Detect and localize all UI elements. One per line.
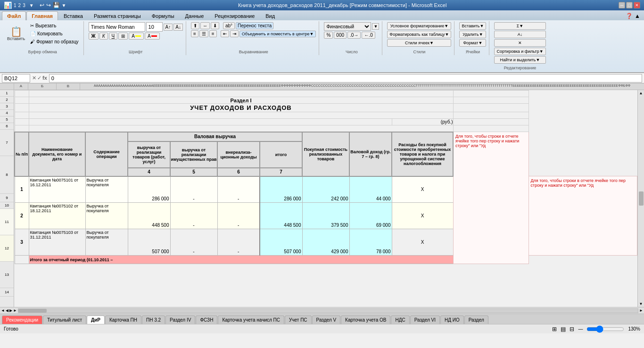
data-2-rev1[interactable]: 448 500 [128,203,170,229]
align-center-button[interactable]: ☰ [199,30,208,37]
tab-insert[interactable]: Вставка [58,11,88,20]
sheet-tab-razd4[interactable]: Раздел IV [165,315,195,324]
sheet-tab-fszn[interactable]: ФСЗН [196,315,217,324]
cell-5-mid[interactable] [29,119,392,125]
sheet-tab-kpn[interactable]: Карточка ПН [105,315,141,324]
data-1-expenses[interactable]: X [392,176,453,203]
sheet-tab-nds[interactable]: НДС [391,315,409,324]
cell-reference-input[interactable] [2,74,30,83]
conditional-format-button[interactable]: Условное форматирование▼ [387,22,451,30]
align-left-button[interactable]: ≡ [191,30,198,37]
align-bottom-button[interactable]: ⬇ [211,22,219,29]
format-as-table-button[interactable]: Форматировать как таблицу▼ [387,31,451,38]
cell-2-K[interactable] [453,97,528,104]
data-3-rev2[interactable]: - [170,229,217,256]
sheet-tab-kunchps[interactable]: Карточка учета начисл ПС [218,315,284,324]
scroll-h-thumb[interactable] [18,309,47,313]
italic-button[interactable]: К [99,33,108,40]
decrease-decimal-button[interactable]: ←.0 [362,32,375,39]
data-1-rev1[interactable]: 286 000 [128,176,170,203]
close-button[interactable]: ✕ [634,2,640,8]
scroll-left-button[interactable]: ◄ [1,308,5,313]
customize-qat-icon[interactable]: ▼ [62,3,66,8]
sheet-tab-razd6[interactable]: Раздел VI [410,315,440,324]
tab-view[interactable]: Вид [260,11,280,20]
data-2-rev3[interactable]: - [217,203,260,229]
data-2-total[interactable]: 448 500 [260,203,302,229]
tab-review[interactable]: Рецензирование [209,11,260,20]
indent-more-button[interactable]: ⇥ [230,30,239,37]
maximize-button[interactable]: □ [626,2,633,8]
data-3-gross[interactable]: 78 000 [349,229,392,256]
underline-button[interactable]: Ч [109,33,118,40]
cell-6-K[interactable] [453,125,528,132]
sheet-tab-kuchov[interactable]: Карточка учета ОВ [341,315,390,324]
scroll-thumb[interactable] [639,191,644,206]
cell-section-title[interactable]: Раздел I [29,97,453,104]
cell-5-K[interactable] [453,119,528,125]
number-format-select[interactable]: Финансовый Общий Числовой [324,22,371,31]
cut-button[interactable]: ✂ Вырезать [28,22,80,29]
autosum-button[interactable]: Σ▼ [494,22,545,30]
data-2-op[interactable]: Выручка от покупателя [85,203,128,229]
minimize-button[interactable]: ─ [619,2,625,8]
font-size-input[interactable] [146,22,163,32]
find-select-button[interactable]: Найти и выделить▼ [494,56,545,64]
format-cells-button[interactable]: Формат▼ [459,39,486,47]
data-1-gross[interactable]: 44 000 [349,176,392,203]
horizontal-scrollbar[interactable]: ◄ ◀ ▶ ► ► [0,307,644,314]
cell-unit[interactable]: (руб.) [392,119,453,125]
data-1-cost[interactable]: 242 000 [302,176,349,203]
font-name-input[interactable] [89,22,145,32]
formula-function-icon[interactable]: fx [42,75,47,81]
data-2-gross[interactable]: 69 000 [349,203,392,229]
data-1-rev2[interactable]: - [170,176,217,203]
data-1-doc[interactable]: Квитанция №0075101 от 16.12.2011 [29,176,85,203]
fill-button[interactable]: A↓ [494,31,545,38]
help-icon[interactable]: ❓ [626,13,633,19]
indent-less-button[interactable]: ⇤ [221,30,229,37]
cell-6-A[interactable] [15,125,29,132]
undo-icon[interactable]: ↩ [40,2,44,8]
vertical-scrollbar[interactable]: ▲ ▼ [637,90,644,307]
data-3-rev1[interactable]: 507 000 [128,229,170,256]
cell-1-A[interactable] [15,91,29,97]
data-3-rev3[interactable]: - [217,229,260,256]
wrap-text-button[interactable]: Перенос текста [236,22,273,29]
formula-cancel-icon[interactable]: ✕ [32,75,36,81]
formula-confirm-icon[interactable]: ✓ [37,75,41,81]
cell-1-K[interactable] [453,91,528,97]
sheet-tab-title[interactable]: Титульный лист [43,315,86,324]
data-2-cost[interactable]: 379 500 [302,203,349,229]
data-1-total[interactable]: 286 000 [260,176,302,203]
cell-3-K[interactable] [453,104,528,112]
clear-button[interactable]: ✕ [494,39,545,47]
data-2-doc[interactable]: Квитанция №0075102 от 18.12.2011 [29,203,85,229]
data-2-expenses[interactable]: X [392,203,453,229]
align-top-button[interactable]: ⬆ [191,22,199,29]
paste-button[interactable]: 📋 Вставить [5,25,27,42]
cell-styles-button[interactable]: Стили ячеек▼ [387,39,451,47]
data-1-rev3[interactable]: - [217,176,260,203]
tab-home[interactable]: Главная [26,11,58,20]
font-color-button[interactable]: А [145,33,160,40]
copy-button[interactable]: 📄 Копировать [28,30,80,37]
redo-icon[interactable]: ↪ [46,2,51,8]
data-3-doc[interactable]: Квитанция №0075103 от 31.12.2011 [29,229,85,256]
cell-3-A[interactable] [15,104,29,112]
sheet-tab-uchetps[interactable]: Учет ПС [285,315,312,324]
data-1-op[interactable]: Выручка от покупателя [85,176,128,203]
decrease-font-button[interactable]: A↓ [173,24,183,31]
percent-button[interactable]: % [324,32,333,39]
format-painter-button[interactable]: 🖌 Формат по образцу [28,38,80,45]
scroll-next-sheet[interactable]: ▶ [9,308,12,313]
increase-font-button[interactable]: A↑ [164,24,173,31]
delete-cells-button[interactable]: Удалить▼ [459,31,486,38]
tab-formulas[interactable]: Формулы [147,11,180,20]
scroll-up-button[interactable]: ▲ [639,91,643,95]
tab-data[interactable]: Данные [180,11,209,20]
formula-input[interactable] [49,74,642,83]
sort-filter-button[interactable]: Сортировка и фильтр▼ [494,48,545,55]
align-middle-button[interactable]: ↔ [200,22,210,29]
insert-cells-button[interactable]: Вставить▼ [459,22,486,30]
